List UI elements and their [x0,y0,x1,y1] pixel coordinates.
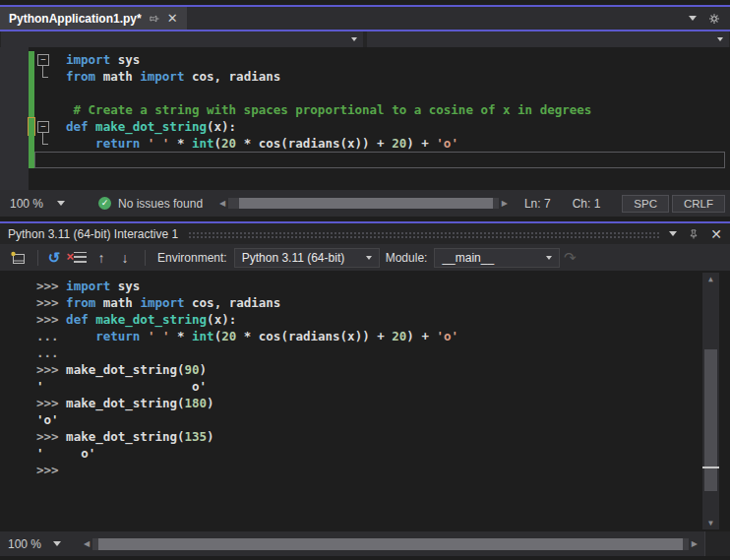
environment-label: Environment: [157,251,227,265]
fold-margin [34,85,50,101]
repl-zoom-value: 100 % [8,537,41,551]
code-line[interactable]: ... [36,344,730,361]
repl-horizontal-scrollbar[interactable]: ◀ ▶ [81,538,700,550]
history-next-icon[interactable]: ↓ [115,249,135,267]
interactive-toolbar: ↺ ↑ ↓ Environment: Python 3.11 (64-bit) … [0,244,730,271]
code-line[interactable] [0,85,730,101]
repl-zoom-control[interactable]: 100 % [0,537,77,551]
breakpoint-margin[interactable] [0,101,29,118]
panel-menu-chevron-icon[interactable] [669,231,677,236]
scroll-down-icon[interactable]: ▼ [702,519,719,528]
reset-repl-icon[interactable]: ↺ [44,249,64,267]
repl-vertical-scrollbar[interactable]: ▲ ▼ [702,273,719,529]
breakpoint-margin[interactable] [0,85,29,101]
code-line[interactable]: >>> make_dot_string(180) [36,395,730,411]
editor-status-bar: 100 % ✓ No issues found ◀ ▶ Ln: 7 Ch: 1 … [0,190,730,217]
code-line[interactable]: >>> def make_dot_string(x): [36,311,730,328]
code-line[interactable]: return ' ' * int(20 * cos(radians(x)) + … [0,135,730,152]
editor-zoom-value: 100 % [10,197,43,211]
code-line[interactable]: 'o' [36,411,730,428]
issues-indicator[interactable]: ✓ No issues found [98,197,203,211]
panel-title-text: Python 3.11 (64-bit) Interactive 1 [8,227,178,241]
chevron-down-icon [351,37,357,41]
fold-margin [34,101,50,118]
breakpoint-margin[interactable] [0,51,29,68]
interactive-panel-title-bar[interactable]: Python 3.11 (64-bit) Interactive 1 ✕ [0,223,730,244]
fold-margin [34,135,50,152]
scrollbar-thumb[interactable] [98,538,683,550]
open-interactive-window-icon[interactable] [8,249,28,267]
tab-strip-spacer [187,7,689,30]
scrollbar-corner [704,531,730,556]
member-dropdown[interactable] [367,31,729,47]
toolbar-separator [145,250,146,266]
tab-title: PythonApplication1.py* [9,12,142,26]
chevron-down-icon [546,256,552,260]
chevron-down-icon [53,541,61,546]
pin-icon[interactable] [149,13,160,25]
code-line[interactable]: >>> [36,462,730,478]
scroll-right-icon[interactable]: ▶ [499,199,511,208]
navigation-bar [0,31,730,47]
history-previous-icon[interactable]: ↑ [91,249,111,267]
module-dropdown[interactable]: __main__ [434,248,560,268]
type-dropdown[interactable] [1,31,363,47]
code-line[interactable]: import sys [0,51,730,68]
tab-close-icon[interactable]: ✕ [167,13,178,25]
scrollbar-track[interactable] [92,538,689,550]
code-line[interactable]: ' o' [36,445,730,462]
code-line[interactable]: # Create a string with spaces proportion… [0,101,730,118]
gear-icon[interactable] [708,13,720,25]
code-line[interactable]: def make_dot_string(x): [0,118,730,135]
code-editor[interactable]: import sysfrom math import cos, radians … [0,47,730,190]
check-circle-icon: ✓ [98,197,111,210]
fold-margin [35,153,51,167]
code-line[interactable]: >>> import sys [36,278,730,294]
environment-value: Python 3.11 (64-bit) [242,251,345,265]
scroll-left-icon[interactable]: ◀ [81,539,92,548]
column-indicator: Ch: 1 [573,197,601,211]
code-line[interactable]: >>> make_dot_string(135) [36,428,730,445]
panel-pin-icon[interactable] [688,228,700,240]
vs-window: PythonApplication1.py* ✕ [0,0,730,560]
interactive-repl[interactable]: >>> import sys>>> from math import cos, … [0,271,730,531]
line-indicator: Ln: 7 [524,197,551,211]
panel-close-icon[interactable]: ✕ [710,226,722,242]
environment-dropdown[interactable]: Python 3.11 (64-bit) [234,248,380,268]
chevron-down-icon [717,37,723,41]
code-line[interactable]: ... return ' ' * int(20 * cos(radians(x)… [36,328,730,344]
chevron-down-icon [366,256,372,260]
send-to-interactive-icon: ↷ [560,249,579,267]
code-line[interactable]: ' o' [36,378,730,395]
chevron-down-icon [57,201,65,206]
breakpoint-margin[interactable] [0,118,29,135]
window-bottom-edge [0,556,730,560]
scrollbar-thumb[interactable] [704,349,717,491]
line-ending-toggle[interactable]: CRLF [672,195,725,213]
scroll-left-icon[interactable]: ◀ [216,199,228,208]
breakpoint-margin[interactable] [0,68,29,85]
scroll-right-icon[interactable]: ▶ [689,539,700,548]
repl-bottom-bar: 100 % ◀ ▶ [0,531,730,556]
code-line[interactable]: >>> from math import cos, radians [36,294,730,311]
editor-zoom-control[interactable]: 100 % [0,197,85,211]
fold-margin [34,68,50,85]
code-line[interactable] [0,152,730,168]
drag-grip[interactable] [188,231,661,239]
module-value: __main__ [442,251,494,265]
window-list-chevron-icon[interactable] [689,16,697,21]
editor-horizontal-scrollbar[interactable]: ◀ ▶ [216,198,511,209]
toolbar-separator [37,250,38,266]
scrollbar-track[interactable] [228,198,499,209]
tab-pythonapplication1[interactable]: PythonApplication1.py* ✕ [0,7,187,30]
module-label: Module: [386,251,428,265]
breakpoint-margin[interactable] [0,135,29,152]
code-line[interactable]: >>> make_dot_string(90) [36,361,730,378]
scroll-up-icon[interactable]: ▲ [702,275,719,283]
code-line[interactable]: from math import cos, radians [0,68,730,85]
clear-screen-icon[interactable] [68,249,88,267]
scrollbar-thumb[interactable] [239,198,493,209]
indent-mode-toggle[interactable]: SPC [622,195,669,213]
issues-text: No issues found [118,197,203,211]
breakpoint-margin[interactable] [0,152,29,168]
